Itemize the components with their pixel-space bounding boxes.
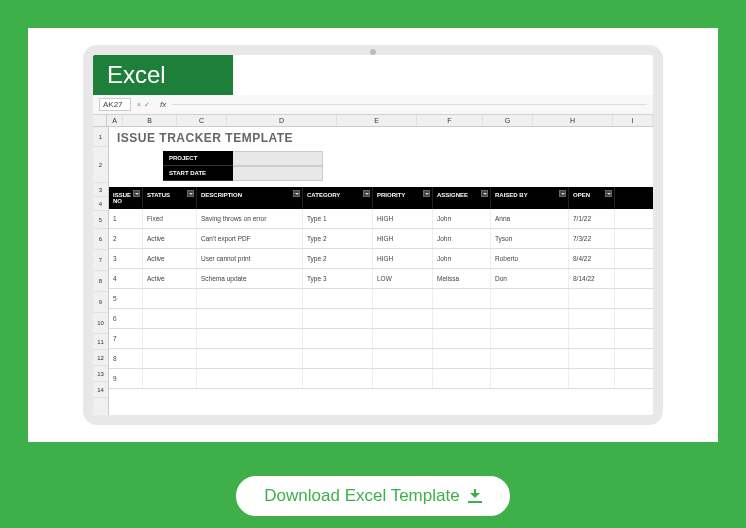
row-header[interactable]: 2: [93, 147, 108, 183]
column-header[interactable]: B: [123, 115, 177, 126]
table-cell[interactable]: [373, 289, 433, 308]
table-cell[interactable]: [433, 309, 491, 328]
table-cell[interactable]: [433, 369, 491, 388]
table-cell[interactable]: [303, 289, 373, 308]
meta-value[interactable]: [233, 166, 323, 181]
table-cell[interactable]: [569, 309, 615, 328]
table-cell[interactable]: [373, 329, 433, 348]
table-cell[interactable]: [303, 349, 373, 368]
table-cell[interactable]: 6: [109, 309, 143, 328]
table-cell[interactable]: 7: [109, 329, 143, 348]
cancel-icon[interactable]: ×: [137, 101, 141, 109]
table-cell[interactable]: Schema update: [197, 269, 303, 288]
table-cell[interactable]: [491, 309, 569, 328]
table-cell[interactable]: Anna: [491, 209, 569, 228]
select-all-corner[interactable]: [93, 115, 107, 126]
filter-icon[interactable]: [363, 190, 370, 197]
filter-icon[interactable]: [293, 190, 300, 197]
table-header-cell[interactable]: OPEN: [569, 187, 615, 209]
table-cell[interactable]: [197, 369, 303, 388]
name-box[interactable]: AK27: [99, 98, 131, 111]
table-cell[interactable]: 7/3/22: [569, 229, 615, 248]
table-cell[interactable]: [491, 329, 569, 348]
table-cell[interactable]: [143, 309, 197, 328]
table-cell[interactable]: Type 2: [303, 249, 373, 268]
table-cell[interactable]: Type 1: [303, 209, 373, 228]
table-cell[interactable]: Active: [143, 229, 197, 248]
column-header[interactable]: E: [337, 115, 417, 126]
table-header-cell[interactable]: STATUS: [143, 187, 197, 209]
table-cell[interactable]: [433, 289, 491, 308]
table-cell[interactable]: [491, 289, 569, 308]
fx-icon[interactable]: fx: [160, 100, 166, 109]
row-header[interactable]: 3: [93, 183, 108, 197]
column-header[interactable]: D: [227, 115, 337, 126]
table-header-cell[interactable]: DESCRIPTION: [197, 187, 303, 209]
filter-icon[interactable]: [605, 190, 612, 197]
column-header[interactable]: C: [177, 115, 227, 126]
table-cell[interactable]: HIGH: [373, 209, 433, 228]
table-cell[interactable]: Type 3: [303, 269, 373, 288]
table-cell[interactable]: 9: [109, 369, 143, 388]
table-cell[interactable]: [303, 309, 373, 328]
table-cell[interactable]: [373, 369, 433, 388]
table-cell[interactable]: 2: [109, 229, 143, 248]
table-cell[interactable]: Can't export PDF: [197, 229, 303, 248]
row-header[interactable]: 9: [93, 292, 108, 313]
row-header[interactable]: 12: [93, 350, 108, 366]
table-cell[interactable]: Melissa: [433, 269, 491, 288]
table-cell[interactable]: 5: [109, 289, 143, 308]
table-cell[interactable]: [143, 329, 197, 348]
filter-icon[interactable]: [423, 190, 430, 197]
table-cell[interactable]: [143, 289, 197, 308]
row-header[interactable]: 10: [93, 313, 108, 334]
table-cell[interactable]: [143, 369, 197, 388]
column-header[interactable]: F: [417, 115, 483, 126]
table-cell[interactable]: Active: [143, 269, 197, 288]
table-cell[interactable]: 1: [109, 209, 143, 228]
table-cell[interactable]: 4: [109, 269, 143, 288]
filter-icon[interactable]: [481, 190, 488, 197]
table-cell[interactable]: [569, 349, 615, 368]
row-header[interactable]: 6: [93, 229, 108, 250]
table-cell[interactable]: [143, 349, 197, 368]
column-header[interactable]: A: [107, 115, 123, 126]
formula-input[interactable]: [172, 104, 647, 105]
table-cell[interactable]: 7/1/22: [569, 209, 615, 228]
table-header-cell[interactable]: RAISED BY: [491, 187, 569, 209]
row-header[interactable]: 14: [93, 382, 108, 398]
table-header-cell[interactable]: ASSIGNEE: [433, 187, 491, 209]
table-cell[interactable]: John: [433, 229, 491, 248]
download-button[interactable]: Download Excel Template: [234, 474, 511, 518]
table-cell[interactable]: [491, 349, 569, 368]
table-cell[interactable]: John: [433, 209, 491, 228]
table-cell[interactable]: [197, 349, 303, 368]
table-cell[interactable]: Tyson: [491, 229, 569, 248]
filter-icon[interactable]: [559, 190, 566, 197]
table-cell[interactable]: [197, 309, 303, 328]
filter-icon[interactable]: [133, 190, 140, 197]
row-header[interactable]: 11: [93, 334, 108, 350]
table-cell[interactable]: Active: [143, 249, 197, 268]
table-cell[interactable]: [197, 329, 303, 348]
table-cell[interactable]: HIGH: [373, 249, 433, 268]
row-header[interactable]: 4: [93, 197, 108, 211]
table-cell[interactable]: [433, 349, 491, 368]
table-header-cell[interactable]: PRIORITY: [373, 187, 433, 209]
confirm-icon[interactable]: ✓: [144, 101, 150, 109]
row-header[interactable]: 5: [93, 211, 108, 229]
table-cell[interactable]: [569, 369, 615, 388]
table-cell[interactable]: [569, 289, 615, 308]
table-cell[interactable]: [303, 369, 373, 388]
table-cell[interactable]: 3: [109, 249, 143, 268]
table-cell[interactable]: HIGH: [373, 229, 433, 248]
table-cell[interactable]: Saving throws on error: [197, 209, 303, 228]
table-cell[interactable]: Roberto: [491, 249, 569, 268]
table-cell[interactable]: 8/4/22: [569, 249, 615, 268]
column-header[interactable]: H: [533, 115, 613, 126]
table-header-cell[interactable]: CATEGORY: [303, 187, 373, 209]
table-cell[interactable]: Fixed: [143, 209, 197, 228]
column-header[interactable]: G: [483, 115, 533, 126]
row-header[interactable]: 7: [93, 250, 108, 271]
table-cell[interactable]: [433, 329, 491, 348]
